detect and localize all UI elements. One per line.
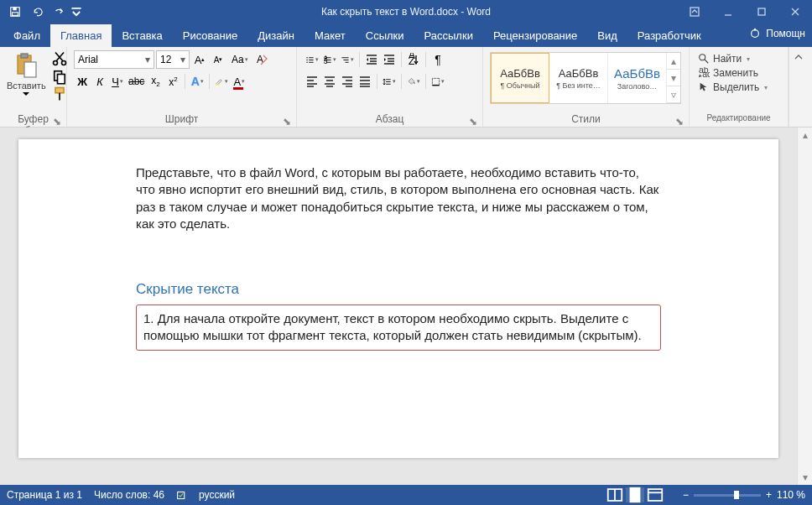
tab-mailings[interactable]: Рассылки xyxy=(414,24,483,47)
find-button[interactable]: Найти▾ xyxy=(696,52,769,65)
qat-customize-button[interactable] xyxy=(70,2,82,22)
bullets-button[interactable]: ▾ xyxy=(304,50,320,69)
font-color-button[interactable]: A▾ xyxy=(231,72,247,91)
increase-indent-button[interactable] xyxy=(381,50,398,69)
zoom-out-button[interactable]: − xyxy=(683,489,689,501)
svg-point-69 xyxy=(414,82,414,83)
tab-view[interactable]: Вид xyxy=(587,24,627,47)
line-spacing-button[interactable]: ▾ xyxy=(381,72,398,91)
align-center-button[interactable] xyxy=(321,72,338,91)
shading-button[interactable]: ▾ xyxy=(405,72,422,91)
subscript-button[interactable]: x2 xyxy=(147,72,164,91)
svg-point-13 xyxy=(53,61,57,65)
save-button[interactable] xyxy=(5,2,25,22)
close-button[interactable] xyxy=(778,0,812,23)
svg-rect-2 xyxy=(13,13,18,16)
clear-formatting-button[interactable]: A xyxy=(253,50,270,69)
redo-button[interactable] xyxy=(49,2,69,22)
read-mode-button[interactable] xyxy=(606,487,624,502)
paragraph-launcher[interactable]: ⬊ xyxy=(469,117,477,126)
svg-line-73 xyxy=(705,60,708,63)
underline-button[interactable]: Ч▾ xyxy=(109,72,126,91)
align-left-button[interactable] xyxy=(304,72,320,91)
scroll-track[interactable] xyxy=(798,143,812,470)
undo-button[interactable] xyxy=(27,2,47,22)
tab-insert[interactable]: Вставка xyxy=(112,24,172,47)
svg-point-72 xyxy=(700,55,705,60)
paragraph-2[interactable]: 1. Для начала откройте документ, текст в… xyxy=(143,311,642,342)
paragraph-1[interactable]: Представьте, что в файл Word, с которым … xyxy=(136,164,661,232)
tab-review[interactable]: Рецензирование xyxy=(483,24,587,47)
tell-me-label: Помощн xyxy=(766,28,805,39)
decrease-indent-button[interactable] xyxy=(363,50,380,69)
zoom-level[interactable]: 110 % xyxy=(777,489,805,501)
grow-font-button[interactable]: A▴ xyxy=(191,50,208,69)
font-name-select[interactable]: Arial▾ xyxy=(74,50,154,69)
strikethrough-button[interactable]: abc xyxy=(127,72,146,91)
group-label-editing: Редактирование xyxy=(693,113,784,127)
heading-1[interactable]: Скрытие текста xyxy=(136,281,661,298)
paste-label: Вставить xyxy=(7,81,46,91)
language-status[interactable]: русский xyxy=(199,489,235,501)
style-no-spacing[interactable]: АаБбВв ¶ Без инте… xyxy=(549,53,608,103)
multilevel-list-button[interactable]: ▾ xyxy=(339,50,356,69)
numbering-button[interactable]: 123▾ xyxy=(321,50,338,69)
svg-rect-19 xyxy=(55,88,64,93)
style-normal[interactable]: АаБбВв ¶ Обычный xyxy=(491,53,549,103)
web-layout-button[interactable] xyxy=(646,487,664,502)
superscript-button[interactable]: x2 xyxy=(164,72,181,91)
svg-rect-12 xyxy=(24,62,36,77)
font-launcher[interactable]: ⬊ xyxy=(283,117,291,126)
tab-file[interactable]: Файл xyxy=(3,24,50,47)
borders-button[interactable]: ▾ xyxy=(429,72,446,91)
tab-design[interactable]: Дизайн xyxy=(247,24,304,47)
tab-layout[interactable]: Макет xyxy=(304,24,356,47)
minimize-button[interactable] xyxy=(711,0,745,23)
tab-developer[interactable]: Разработчик xyxy=(627,24,711,47)
text-effects-button[interactable]: A▾ xyxy=(189,72,206,91)
show-marks-button[interactable]: ¶ xyxy=(429,50,446,69)
sort-button[interactable]: AZ xyxy=(405,50,422,69)
paste-button[interactable]: Вставить xyxy=(3,50,49,98)
styles-scroll[interactable]: ▴▾▿ xyxy=(667,53,680,103)
zoom-in-button[interactable]: + xyxy=(766,489,772,501)
word-count-status[interactable]: Число слов: 46 xyxy=(94,489,164,501)
scroll-down-button[interactable]: ▾ xyxy=(798,470,812,485)
clipboard-launcher[interactable]: ⬊ xyxy=(53,117,61,126)
spellcheck-status[interactable] xyxy=(176,490,187,501)
svg-point-14 xyxy=(61,61,65,65)
justify-button[interactable] xyxy=(357,72,373,91)
document-viewport[interactable]: Представьте, что в файл Word, с которым … xyxy=(0,128,797,485)
italic-button[interactable]: К xyxy=(91,72,108,91)
highlight-button[interactable]: ▾ xyxy=(213,72,230,91)
copy-button[interactable] xyxy=(51,68,68,85)
maximize-button[interactable] xyxy=(745,0,778,23)
zoom-slider[interactable] xyxy=(694,494,761,497)
styles-launcher[interactable]: ⬊ xyxy=(675,117,684,126)
group-editing: Найти▾ abacЗаменить Выделить▾ Редактиров… xyxy=(690,47,789,127)
group-clipboard: Вставить Буфер обм…⬊ xyxy=(0,47,67,127)
page-number-status[interactable]: Страница 1 из 1 xyxy=(7,489,82,501)
cut-button[interactable] xyxy=(51,50,68,67)
align-right-button[interactable] xyxy=(339,72,356,91)
replace-button[interactable]: abacЗаменить xyxy=(696,66,769,80)
tell-me[interactable]: Помощн xyxy=(749,28,805,39)
vertical-scrollbar[interactable]: ▴ ▾ xyxy=(797,128,812,485)
scroll-up-button[interactable]: ▴ xyxy=(798,128,812,143)
style-heading1[interactable]: АаБбВв Заголово… xyxy=(608,53,667,103)
format-painter-button[interactable] xyxy=(51,86,68,102)
selected-text-box[interactable]: 1. Для начала откройте документ, текст в… xyxy=(136,305,661,351)
collapse-ribbon-button[interactable] xyxy=(789,47,807,127)
print-layout-button[interactable] xyxy=(626,487,644,502)
bold-button[interactable]: Ж xyxy=(74,72,91,91)
svg-line-15 xyxy=(56,53,64,61)
ribbon-options-button[interactable] xyxy=(678,0,711,23)
tab-references[interactable]: Ссылки xyxy=(356,24,414,47)
page[interactable]: Представьте, что в файл Word, с которым … xyxy=(18,139,778,458)
select-button[interactable]: Выделить▾ xyxy=(696,81,769,94)
font-size-select[interactable]: 12▾ xyxy=(156,50,190,69)
tab-draw[interactable]: Рисование xyxy=(173,24,247,47)
change-case-button[interactable]: Aa▾ xyxy=(230,50,250,69)
shrink-font-button[interactable]: A▾ xyxy=(210,50,226,69)
tab-home[interactable]: Главная xyxy=(50,24,112,47)
